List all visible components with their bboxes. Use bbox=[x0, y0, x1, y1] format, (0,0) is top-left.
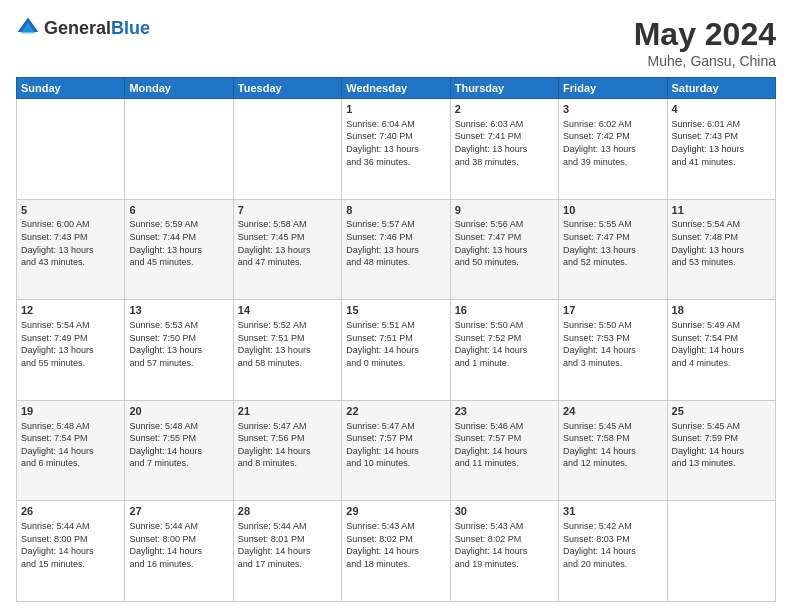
cell-content: Sunrise: 5:44 AM Sunset: 8:01 PM Dayligh… bbox=[238, 520, 337, 570]
cell-content: Sunrise: 5:54 AM Sunset: 7:49 PM Dayligh… bbox=[21, 319, 120, 369]
calendar-table: Sunday Monday Tuesday Wednesday Thursday… bbox=[16, 77, 776, 602]
table-row bbox=[667, 501, 775, 602]
table-row: 28Sunrise: 5:44 AM Sunset: 8:01 PM Dayli… bbox=[233, 501, 341, 602]
cell-content: Sunrise: 5:47 AM Sunset: 7:57 PM Dayligh… bbox=[346, 420, 445, 470]
day-number: 2 bbox=[455, 102, 554, 117]
day-number: 10 bbox=[563, 203, 662, 218]
calendar-week-row: 1Sunrise: 6:04 AM Sunset: 7:40 PM Daylig… bbox=[17, 99, 776, 200]
logo: GeneralBlue bbox=[16, 16, 150, 40]
table-row: 27Sunrise: 5:44 AM Sunset: 8:00 PM Dayli… bbox=[125, 501, 233, 602]
table-row: 5Sunrise: 6:00 AM Sunset: 7:43 PM Daylig… bbox=[17, 199, 125, 300]
day-number: 30 bbox=[455, 504, 554, 519]
logo-blue: Blue bbox=[111, 18, 150, 38]
table-row: 13Sunrise: 5:53 AM Sunset: 7:50 PM Dayli… bbox=[125, 300, 233, 401]
day-number: 16 bbox=[455, 303, 554, 318]
cell-content: Sunrise: 5:48 AM Sunset: 7:55 PM Dayligh… bbox=[129, 420, 228, 470]
logo-icon bbox=[16, 16, 40, 40]
cell-content: Sunrise: 5:43 AM Sunset: 8:02 PM Dayligh… bbox=[346, 520, 445, 570]
cell-content: Sunrise: 5:46 AM Sunset: 7:57 PM Dayligh… bbox=[455, 420, 554, 470]
cell-content: Sunrise: 5:57 AM Sunset: 7:46 PM Dayligh… bbox=[346, 218, 445, 268]
day-number: 21 bbox=[238, 404, 337, 419]
cell-content: Sunrise: 5:54 AM Sunset: 7:48 PM Dayligh… bbox=[672, 218, 771, 268]
calendar-week-row: 5Sunrise: 6:00 AM Sunset: 7:43 PM Daylig… bbox=[17, 199, 776, 300]
cell-content: Sunrise: 6:00 AM Sunset: 7:43 PM Dayligh… bbox=[21, 218, 120, 268]
table-row: 17Sunrise: 5:50 AM Sunset: 7:53 PM Dayli… bbox=[559, 300, 667, 401]
day-number: 1 bbox=[346, 102, 445, 117]
table-row: 7Sunrise: 5:58 AM Sunset: 7:45 PM Daylig… bbox=[233, 199, 341, 300]
header: GeneralBlue May 2024 Muhe, Gansu, China bbox=[16, 16, 776, 69]
table-row: 2Sunrise: 6:03 AM Sunset: 7:41 PM Daylig… bbox=[450, 99, 558, 200]
day-number: 18 bbox=[672, 303, 771, 318]
day-number: 3 bbox=[563, 102, 662, 117]
cell-content: Sunrise: 5:55 AM Sunset: 7:47 PM Dayligh… bbox=[563, 218, 662, 268]
logo-general: General bbox=[44, 18, 111, 38]
calendar-week-row: 26Sunrise: 5:44 AM Sunset: 8:00 PM Dayli… bbox=[17, 501, 776, 602]
table-row: 11Sunrise: 5:54 AM Sunset: 7:48 PM Dayli… bbox=[667, 199, 775, 300]
cell-content: Sunrise: 6:04 AM Sunset: 7:40 PM Dayligh… bbox=[346, 118, 445, 168]
day-number: 23 bbox=[455, 404, 554, 419]
title-block: May 2024 Muhe, Gansu, China bbox=[634, 16, 776, 69]
table-row: 4Sunrise: 6:01 AM Sunset: 7:43 PM Daylig… bbox=[667, 99, 775, 200]
table-row: 26Sunrise: 5:44 AM Sunset: 8:00 PM Dayli… bbox=[17, 501, 125, 602]
cell-content: Sunrise: 5:48 AM Sunset: 7:54 PM Dayligh… bbox=[21, 420, 120, 470]
cell-content: Sunrise: 5:52 AM Sunset: 7:51 PM Dayligh… bbox=[238, 319, 337, 369]
day-number: 12 bbox=[21, 303, 120, 318]
cell-content: Sunrise: 5:58 AM Sunset: 7:45 PM Dayligh… bbox=[238, 218, 337, 268]
cell-content: Sunrise: 5:43 AM Sunset: 8:02 PM Dayligh… bbox=[455, 520, 554, 570]
month-title: May 2024 bbox=[634, 16, 776, 53]
table-row bbox=[125, 99, 233, 200]
page: GeneralBlue May 2024 Muhe, Gansu, China … bbox=[0, 0, 792, 612]
day-number: 22 bbox=[346, 404, 445, 419]
cell-content: Sunrise: 5:51 AM Sunset: 7:51 PM Dayligh… bbox=[346, 319, 445, 369]
day-number: 14 bbox=[238, 303, 337, 318]
col-sunday: Sunday bbox=[17, 78, 125, 99]
day-number: 8 bbox=[346, 203, 445, 218]
table-row bbox=[17, 99, 125, 200]
day-number: 20 bbox=[129, 404, 228, 419]
cell-content: Sunrise: 5:45 AM Sunset: 7:59 PM Dayligh… bbox=[672, 420, 771, 470]
day-number: 27 bbox=[129, 504, 228, 519]
table-row: 12Sunrise: 5:54 AM Sunset: 7:49 PM Dayli… bbox=[17, 300, 125, 401]
col-thursday: Thursday bbox=[450, 78, 558, 99]
col-saturday: Saturday bbox=[667, 78, 775, 99]
day-number: 6 bbox=[129, 203, 228, 218]
cell-content: Sunrise: 5:56 AM Sunset: 7:47 PM Dayligh… bbox=[455, 218, 554, 268]
table-row: 3Sunrise: 6:02 AM Sunset: 7:42 PM Daylig… bbox=[559, 99, 667, 200]
cell-content: Sunrise: 5:44 AM Sunset: 8:00 PM Dayligh… bbox=[129, 520, 228, 570]
col-monday: Monday bbox=[125, 78, 233, 99]
table-row: 25Sunrise: 5:45 AM Sunset: 7:59 PM Dayli… bbox=[667, 400, 775, 501]
col-tuesday: Tuesday bbox=[233, 78, 341, 99]
table-row: 24Sunrise: 5:45 AM Sunset: 7:58 PM Dayli… bbox=[559, 400, 667, 501]
cell-content: Sunrise: 5:53 AM Sunset: 7:50 PM Dayligh… bbox=[129, 319, 228, 369]
cell-content: Sunrise: 5:45 AM Sunset: 7:58 PM Dayligh… bbox=[563, 420, 662, 470]
cell-content: Sunrise: 6:01 AM Sunset: 7:43 PM Dayligh… bbox=[672, 118, 771, 168]
day-number: 26 bbox=[21, 504, 120, 519]
table-row: 6Sunrise: 5:59 AM Sunset: 7:44 PM Daylig… bbox=[125, 199, 233, 300]
table-row: 22Sunrise: 5:47 AM Sunset: 7:57 PM Dayli… bbox=[342, 400, 450, 501]
location: Muhe, Gansu, China bbox=[634, 53, 776, 69]
table-row: 31Sunrise: 5:42 AM Sunset: 8:03 PM Dayli… bbox=[559, 501, 667, 602]
table-row: 23Sunrise: 5:46 AM Sunset: 7:57 PM Dayli… bbox=[450, 400, 558, 501]
day-number: 5 bbox=[21, 203, 120, 218]
day-number: 24 bbox=[563, 404, 662, 419]
table-row bbox=[233, 99, 341, 200]
cell-content: Sunrise: 5:50 AM Sunset: 7:52 PM Dayligh… bbox=[455, 319, 554, 369]
table-row: 15Sunrise: 5:51 AM Sunset: 7:51 PM Dayli… bbox=[342, 300, 450, 401]
day-number: 7 bbox=[238, 203, 337, 218]
cell-content: Sunrise: 5:47 AM Sunset: 7:56 PM Dayligh… bbox=[238, 420, 337, 470]
table-row: 10Sunrise: 5:55 AM Sunset: 7:47 PM Dayli… bbox=[559, 199, 667, 300]
col-wednesday: Wednesday bbox=[342, 78, 450, 99]
day-number: 15 bbox=[346, 303, 445, 318]
day-number: 25 bbox=[672, 404, 771, 419]
cell-content: Sunrise: 5:59 AM Sunset: 7:44 PM Dayligh… bbox=[129, 218, 228, 268]
calendar-week-row: 12Sunrise: 5:54 AM Sunset: 7:49 PM Dayli… bbox=[17, 300, 776, 401]
table-row: 16Sunrise: 5:50 AM Sunset: 7:52 PM Dayli… bbox=[450, 300, 558, 401]
cell-content: Sunrise: 5:49 AM Sunset: 7:54 PM Dayligh… bbox=[672, 319, 771, 369]
calendar-week-row: 19Sunrise: 5:48 AM Sunset: 7:54 PM Dayli… bbox=[17, 400, 776, 501]
day-number: 29 bbox=[346, 504, 445, 519]
day-number: 11 bbox=[672, 203, 771, 218]
day-number: 17 bbox=[563, 303, 662, 318]
cell-content: Sunrise: 5:50 AM Sunset: 7:53 PM Dayligh… bbox=[563, 319, 662, 369]
cell-content: Sunrise: 5:44 AM Sunset: 8:00 PM Dayligh… bbox=[21, 520, 120, 570]
table-row: 14Sunrise: 5:52 AM Sunset: 7:51 PM Dayli… bbox=[233, 300, 341, 401]
